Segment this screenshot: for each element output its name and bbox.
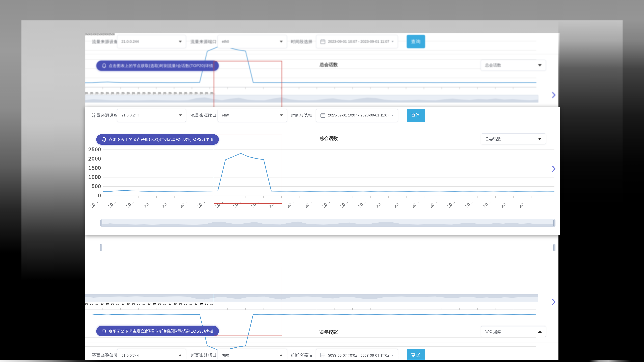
highlight-region [214,61,282,107]
chevron-down-icon [280,41,283,42]
time-range-value: 2023-09-01 10:07 - 2023-09-01 11:07 [328,353,392,358]
next-arrow-icon [552,92,556,98]
metric-select-value: 总会话数 [485,62,538,68]
x-tick-label: 20... [89,199,99,209]
x-tick-label: 20... [90,302,95,305]
x-tick-label: 20... [153,92,158,95]
query-button[interactable]: 查询 [407,109,425,122]
x-tick-label: 20... [126,92,132,95]
datazoom-handle-left[interactable] [100,220,102,226]
x-tick-label: 20... [174,92,179,95]
traffic-query-panel: 流量来源设备 21.0.0.244 流量来源端口 eth0 时间段选择 2023… [85,235,560,362]
chevron-down-icon [280,355,283,356]
time-range-label: 时间段选择 [291,35,312,48]
x-tick-label: 20... [184,302,189,305]
metric-select[interactable]: 总会话数 [481,133,546,144]
device-select: 21.0.0.244 [117,35,186,48]
x-tick-label: 20... [179,92,184,95]
device-select-value: 21.0.0.244 [122,39,179,44]
caret-icon [392,41,394,42]
x-tick-label: 20... [125,199,135,209]
x-tick-label: 20... [500,199,510,209]
filter-bar: 流量来源设备 21.0.0.244 流量来源端口 eth0 时间段选择 2023… [85,33,560,54]
chevron-down-icon [538,64,542,66]
datazoom-handle-right[interactable] [554,220,556,226]
x-tick-label: 20... [106,92,111,95]
x-tick-label: 20... [106,302,111,305]
x-tick-label: 20... [518,199,527,209]
x-tick-label: 20... [111,302,116,305]
port-select[interactable]: eth0 [218,109,287,122]
time-range-label: 时间段选择 [291,109,312,122]
y-tick-label: 0 [85,192,101,199]
x-tick-label: 20... [116,302,122,305]
x-tick-label: 20... [143,199,152,209]
filter-bar: 流量来源设备 21.0.0.244 流量来源端口 eth0 时间段选择 2023… [85,343,560,362]
datazoom-handle-right [554,244,556,251]
x-tick-label: 20... [158,302,163,305]
calendar-icon [320,39,325,44]
bottom-edge-highlight [0,360,644,362]
y-tick-label: 2500 [85,146,101,153]
x-tick-label: 20... [153,302,158,305]
x-tick-label: 20... [205,302,210,305]
time-range-picker: 2023-09-01 10:07 - 2023-09-01 11:07 [316,35,398,48]
x-tick-label: 20... [161,199,170,209]
filter-bar: 流量来源设备 21.0.0.244 流量来源端口 eth0 时间段选择 2023… [85,107,560,128]
metric-select-value: 总会话数 [485,329,538,334]
x-tick-label: 20... [189,92,194,95]
chevron-down-icon [538,138,542,140]
x-tick-label: 20... [428,199,438,209]
x-tick-label: 20... [446,199,456,209]
metric-select: 总会话数 [481,60,546,71]
port-select-label: 流量来源端口 [190,35,217,48]
x-tick-label: 20... [148,302,153,305]
next-arrow-icon [552,299,556,305]
panel-reflection: 流量来源设备 21.0.0.244 流量来源端口 eth0 时间段选择 2023… [85,235,560,362]
x-tick-label: 20... [178,199,188,209]
x-tick-label: 20... [200,92,205,95]
x-tick-label: 20... [142,302,148,305]
x-tick-label: 20... [286,199,295,209]
query-button: 查询 [407,35,425,48]
x-tick-label: 20... [100,92,106,95]
x-tick-label: 20... [194,92,200,95]
x-tick-label: 20... [179,302,184,305]
right-edge-shade [558,20,644,362]
x-tick-label: 20... [132,302,137,305]
caret-icon [392,115,394,116]
x-axis-labels: 20...20...20...20...20...20...20...20...… [85,302,560,305]
x-tick-label: 20... [482,199,492,209]
x-tick-label: 20... [304,199,313,209]
y-axis-labels: 05001000150020002500 [85,144,101,200]
time-range-picker[interactable]: 2023-09-01 10:07 - 2023-09-01 11:07 [316,109,398,122]
x-tick-label: 20... [100,302,106,305]
port-select-value: eth0 [222,113,280,117]
x-tick-label: 20... [142,92,148,95]
datazoom-slider [85,294,560,302]
x-tick-label: 20... [196,199,206,209]
datazoom-slider[interactable] [101,219,555,227]
x-tick-label: 20... [174,302,179,305]
x-tick-label: 20... [122,92,126,95]
x-axis-labels: 20...20...20...20...20...20...20...20...… [85,92,560,95]
port-select-value: eth0 [222,39,280,44]
x-tick-label: 20... [205,92,210,95]
chevron-down-icon [538,331,542,333]
port-select: eth0 [218,35,287,48]
datazoom-handle-left [100,244,102,251]
x-tick-label: 20... [90,92,95,95]
x-tick-label: 20... [116,92,122,95]
x-tick-label: 20... [375,199,384,209]
x-tick-label: 20... [107,199,117,209]
line-chart [103,144,554,200]
x-tick-label: 20... [137,92,142,95]
device-select[interactable]: 21.0.0.244 [117,109,186,122]
x-tick-label: 20... [410,199,420,209]
port-select-label: 流量来源端口 [190,109,217,122]
x-tick-label: 20... [95,302,100,305]
metric-select-value: 总会话数 [485,136,538,142]
x-tick-label: 20... [122,302,126,305]
calendar-icon [320,113,325,118]
next-arrow-icon[interactable] [552,166,556,172]
